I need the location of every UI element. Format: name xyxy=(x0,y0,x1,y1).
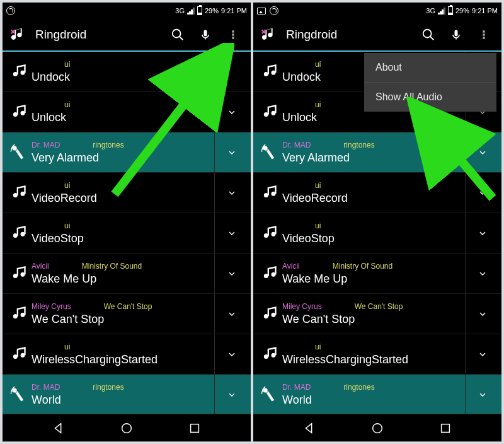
song-row[interactable]: Dr. MADringtonesWorld xyxy=(3,375,251,414)
song-album: ui xyxy=(315,221,321,230)
expand-chevron-icon[interactable] xyxy=(214,254,248,293)
song-title: Very Alarmed xyxy=(32,151,214,165)
recent-button[interactable] xyxy=(433,416,457,440)
recent-button[interactable] xyxy=(183,416,207,440)
song-title: Undock xyxy=(32,70,214,84)
song-row[interactable]: uiVideoStop xyxy=(253,213,501,254)
song-title: VideoStop xyxy=(32,231,214,245)
song-title: Unlock xyxy=(282,110,465,124)
expand-chevron-icon[interactable] xyxy=(465,173,499,213)
expand-chevron-icon[interactable] xyxy=(465,254,499,293)
overflow-menu-icon[interactable] xyxy=(222,23,244,46)
song-row[interactable]: uiVideoStop xyxy=(3,213,251,254)
music-note-icon xyxy=(8,305,29,323)
song-artist: Avicii xyxy=(32,262,49,271)
battery-percent: 29% xyxy=(205,7,219,15)
mic-icon[interactable] xyxy=(194,23,217,46)
network-type: 3G xyxy=(426,7,435,15)
svg-rect-14 xyxy=(442,424,450,432)
song-title: Wake Me Up xyxy=(282,272,465,286)
song-content: uiVideoStop xyxy=(280,221,465,245)
home-button[interactable] xyxy=(115,416,139,440)
song-album: ringtones xyxy=(343,141,374,149)
song-content: AviciiMinistry Of SoundWake Me Up xyxy=(280,262,465,286)
expand-chevron-icon[interactable] xyxy=(465,375,499,414)
song-content: uiWirelessChargingStarted xyxy=(280,342,465,366)
network-type: 3G xyxy=(175,7,185,15)
song-artist: Miley Cyrus xyxy=(32,302,71,311)
song-row[interactable]: uiUndock xyxy=(3,52,251,92)
song-content: uiVideoStop xyxy=(29,221,214,245)
svg-rect-1 xyxy=(204,30,207,37)
song-row[interactable]: AviciiMinistry Of SoundWake Me Up xyxy=(3,254,251,294)
menu-item-show-all-audio[interactable]: Show All Audio xyxy=(364,83,496,112)
svg-point-5 xyxy=(122,423,132,433)
music-note-icon xyxy=(258,63,280,81)
song-list[interactable]: uiUndockuiUnlockDr. MADringtonesVery Ala… xyxy=(3,52,251,414)
song-album: Ministry Of Sound xyxy=(333,262,392,271)
song-title: World xyxy=(282,393,465,407)
expand-chevron-icon[interactable] xyxy=(214,375,248,414)
mic-icon[interactable] xyxy=(445,23,467,46)
song-album: ui xyxy=(64,60,70,69)
search-icon[interactable] xyxy=(166,23,189,46)
expand-chevron-icon[interactable] xyxy=(214,294,248,334)
song-title: WirelessChargingStarted xyxy=(32,353,214,366)
song-artist: Dr. MAD xyxy=(282,141,311,149)
song-row[interactable]: AviciiMinistry Of SoundWake Me Up xyxy=(253,254,501,294)
music-note-icon xyxy=(8,265,29,283)
expand-chevron-icon[interactable] xyxy=(214,132,248,172)
back-button[interactable] xyxy=(47,416,71,440)
overflow-menu-icon[interactable] xyxy=(472,23,495,46)
song-artist: Avicii xyxy=(282,262,300,271)
expand-chevron-icon[interactable] xyxy=(214,334,248,374)
song-row[interactable]: Miley CyrusWe Can't StopWe Can't Stop xyxy=(3,294,251,334)
expand-chevron-icon[interactable] xyxy=(214,173,248,213)
home-button[interactable] xyxy=(365,416,389,440)
song-title: World xyxy=(32,393,214,407)
app-title: Ringdroid xyxy=(286,28,337,42)
svg-point-8 xyxy=(423,30,432,38)
ringtone-icon xyxy=(8,144,29,161)
song-row[interactable]: Miley CyrusWe Can't StopWe Can't Stop xyxy=(253,294,501,334)
song-album: ui xyxy=(315,181,321,190)
music-note-icon xyxy=(258,225,280,242)
song-artist: Dr. MAD xyxy=(282,383,311,392)
song-album: ui xyxy=(64,181,70,190)
song-row[interactable]: uiWirelessChargingStarted xyxy=(253,334,501,375)
song-content: uiUnlock xyxy=(29,100,214,124)
expand-chevron-icon[interactable] xyxy=(465,334,499,374)
menu-item-about[interactable]: About xyxy=(364,53,496,83)
song-row[interactable]: Dr. MADringtonesVery Alarmed xyxy=(253,132,501,173)
song-album: ringtones xyxy=(343,383,374,392)
signal-icon xyxy=(187,7,195,15)
expand-chevron-icon[interactable] xyxy=(465,294,499,334)
song-album: ringtones xyxy=(93,141,123,149)
svg-rect-12 xyxy=(483,37,484,38)
svg-rect-3 xyxy=(232,33,234,35)
clock: 9:21 PM xyxy=(221,7,247,15)
back-button[interactable] xyxy=(297,416,321,440)
song-content: AviciiMinistry Of SoundWake Me Up xyxy=(29,262,214,286)
song-content: uiVideoRecord xyxy=(280,181,465,205)
expand-chevron-icon[interactable] xyxy=(465,132,499,172)
expand-chevron-icon[interactable] xyxy=(465,213,499,253)
search-icon[interactable] xyxy=(417,23,440,46)
song-row[interactable]: Dr. MADringtonesWorld xyxy=(253,375,501,414)
song-row[interactable]: Dr. MADringtonesVery Alarmed xyxy=(3,132,251,173)
song-row[interactable]: uiUnlock xyxy=(3,92,251,132)
song-content: Dr. MADringtonesWorld xyxy=(280,383,465,407)
song-title: Unlock xyxy=(32,110,214,124)
expand-chevron-icon[interactable] xyxy=(214,213,248,253)
song-row[interactable]: uiWirelessChargingStarted xyxy=(3,334,251,375)
expand-chevron-icon[interactable] xyxy=(214,52,248,91)
song-row[interactable]: uiVideoRecord xyxy=(253,173,501,213)
left-screenshot: 3G 29% 9:21 PM Ringdroid uiUndockuiUnloc… xyxy=(3,3,251,441)
sync-icon xyxy=(270,6,278,15)
song-content: Miley CyrusWe Can't StopWe Can't Stop xyxy=(29,302,214,326)
song-title: We Can't Stop xyxy=(282,312,465,326)
svg-point-13 xyxy=(373,423,382,433)
song-row[interactable]: uiVideoRecord xyxy=(3,173,251,213)
expand-chevron-icon[interactable] xyxy=(214,92,248,132)
song-content: Miley CyrusWe Can't StopWe Can't Stop xyxy=(280,302,465,326)
